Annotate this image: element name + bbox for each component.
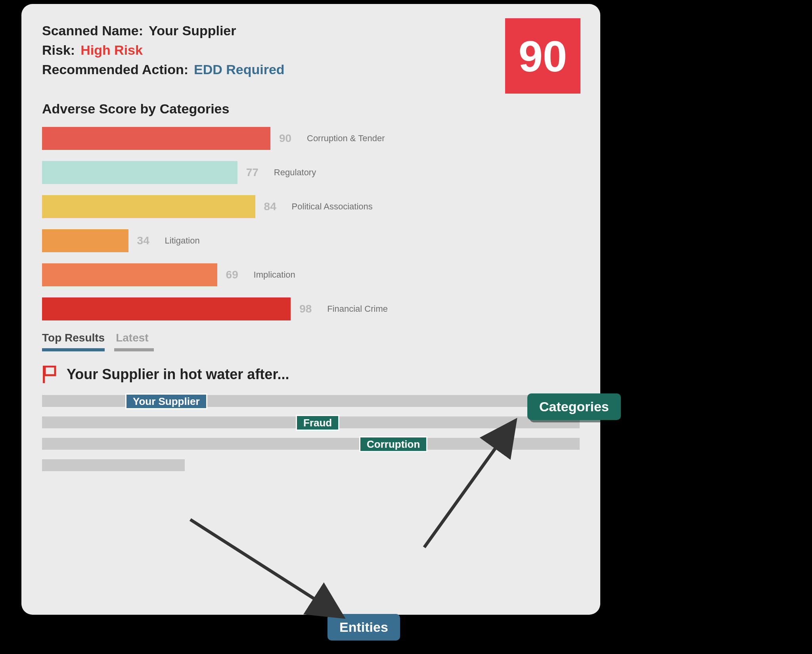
category-bar [42, 161, 237, 184]
article-line [42, 459, 185, 471]
article-line: Corruption [42, 438, 580, 450]
recommended-action-value: EDD Required [194, 62, 285, 77]
category-bar-label: Corruption & Tender [307, 133, 385, 144]
results-tabs: Top Results Latest [42, 332, 580, 351]
article-line: Fraud [42, 416, 580, 428]
article-line: Your Supplier [42, 395, 580, 407]
category-bar-label: Regulatory [274, 167, 316, 178]
category-bar [42, 229, 128, 252]
category-score-chart: 90Corruption & Tender77Regulatory84Polit… [42, 127, 580, 320]
category-tag-fraud[interactable]: Fraud [296, 415, 339, 431]
scanned-name-value: Your Supplier [149, 23, 236, 38]
category-bar-value: 84 [264, 200, 283, 213]
category-bar-value: 69 [226, 269, 245, 281]
recommended-action-row: Recommended Action: EDD Required [42, 62, 580, 77]
category-tag-corruption[interactable]: Corruption [359, 436, 427, 452]
article-header: Your Supplier in hot water after... [42, 366, 580, 383]
entity-tag[interactable]: Your Supplier [125, 393, 207, 409]
chart-section-title: Adverse Score by Categories [42, 101, 580, 117]
risk-label: Risk: [42, 42, 75, 58]
category-bar-row: 77Regulatory [42, 161, 580, 184]
overall-score-badge: 90 [505, 18, 580, 94]
category-bar-row: 69Implication [42, 263, 580, 286]
svg-rect-1 [45, 366, 55, 375]
category-bar-row: 84Political Associations [42, 195, 580, 218]
category-bar-label: Political Associations [292, 201, 373, 212]
overall-score-value: 90 [519, 31, 567, 81]
category-bar-value: 77 [246, 166, 265, 179]
result-article: Your Supplier in hot water after... Your… [42, 366, 580, 471]
category-bar-value: 98 [299, 303, 318, 315]
scanned-name-row: Scanned Name: Your Supplier [42, 23, 580, 38]
risk-row: Risk: High Risk [42, 42, 580, 58]
risk-report-card: Scanned Name: Your Supplier Risk: High R… [21, 4, 600, 615]
category-bar-label: Litigation [165, 236, 200, 246]
category-bar-row: 98Financial Crime [42, 297, 580, 320]
category-bar [42, 263, 217, 286]
category-bar [42, 127, 270, 150]
flag-icon [42, 366, 58, 383]
risk-value: High Risk [80, 42, 143, 58]
scanned-name-label: Scanned Name: [42, 23, 143, 38]
category-bar-value: 90 [279, 132, 298, 145]
category-bar-value: 34 [137, 234, 156, 247]
category-bar-row: 34Litigation [42, 229, 580, 252]
category-bar-label: Implication [254, 270, 295, 280]
category-bar [42, 297, 291, 320]
callout-categories: Categories [527, 393, 621, 420]
tab-top-results[interactable]: Top Results [42, 332, 105, 351]
category-bar-row: 90Corruption & Tender [42, 127, 580, 150]
callout-entities: Entities [327, 614, 400, 641]
tab-inactive-underline [114, 348, 154, 351]
article-title: Your Supplier in hot water after... [67, 366, 289, 383]
category-bar [42, 195, 255, 218]
category-bar-label: Financial Crime [327, 304, 388, 314]
recommended-action-label: Recommended Action: [42, 62, 188, 77]
